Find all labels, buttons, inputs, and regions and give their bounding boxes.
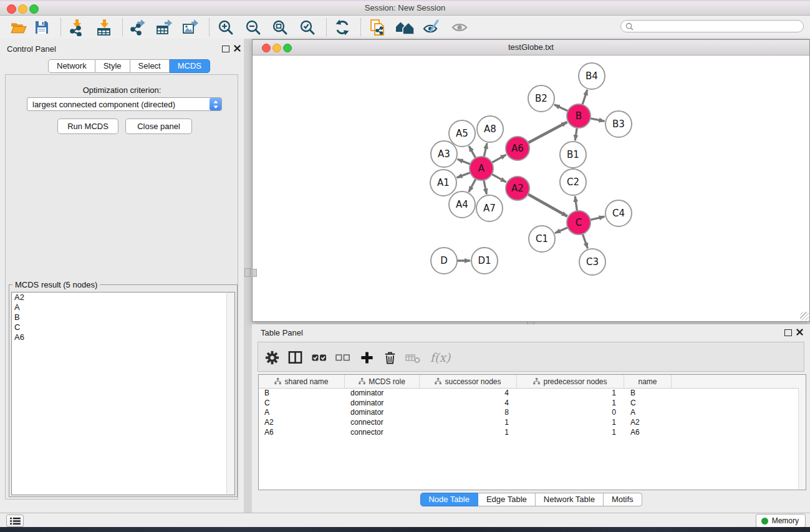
duplicate-network-icon — [369, 19, 387, 36]
view-edge-grip[interactable] — [252, 269, 257, 277]
import-network-button[interactable] — [67, 17, 87, 37]
list-item[interactable]: B — [12, 312, 228, 322]
export-image-button[interactable] — [180, 17, 200, 37]
graph-node-C1[interactable]: C1 — [529, 226, 555, 252]
memory-label: Memory — [772, 516, 799, 525]
import-table-button[interactable] — [94, 17, 114, 37]
table-row[interactable]: Bdominator41B — [259, 389, 806, 399]
show-columns-button[interactable] — [285, 347, 305, 367]
tab-style[interactable]: Style — [95, 59, 130, 73]
table-row[interactable]: A6connector11A6 — [259, 428, 806, 438]
tab-edge-table[interactable]: Edge Table — [478, 493, 536, 506]
delete-table-button[interactable] — [403, 347, 423, 367]
graph-node-A7[interactable]: A7 — [476, 195, 503, 221]
graph-node-C4[interactable]: C4 — [605, 200, 632, 226]
column-header-successor-nodes[interactable]: successor nodes — [420, 375, 517, 388]
table-row[interactable]: Cdominator41C — [259, 399, 806, 409]
export-table-button[interactable] — [154, 17, 174, 37]
save-session-button[interactable] — [32, 17, 52, 37]
table-cell: A6 — [624, 428, 672, 438]
memory-button[interactable]: Memory — [756, 514, 806, 528]
table-scrollbar[interactable] — [798, 388, 806, 490]
close-panel-button[interactable]: Close panel — [125, 118, 192, 134]
column-header-mcds-role[interactable]: MCDS role — [345, 375, 420, 388]
delete-column-button[interactable] — [380, 347, 400, 367]
splitter-grip[interactable] — [244, 268, 251, 277]
graph-node-A[interactable]: A — [470, 157, 493, 180]
graph-node-C2[interactable]: C2 — [560, 169, 586, 195]
network-window-titlebar[interactable]: testGlobe.txt — [253, 40, 809, 56]
result-list-scrollbar[interactable] — [226, 292, 235, 495]
zoom-out-button[interactable] — [243, 17, 263, 37]
columns-icon — [287, 350, 303, 365]
resize-grip-icon[interactable] — [800, 312, 809, 321]
float-panel-icon[interactable] — [222, 46, 229, 52]
graph-node-A3[interactable]: A3 — [431, 141, 457, 167]
select-all-button[interactable] — [309, 347, 329, 367]
graph-node-B3[interactable]: B3 — [605, 111, 632, 137]
column-header-shared-name[interactable]: shared name — [259, 375, 345, 388]
tab-network-table[interactable]: Network Table — [536, 493, 604, 506]
table-row[interactable]: Adominator80A — [259, 408, 806, 418]
tab-select[interactable]: Select — [130, 59, 170, 73]
list-item[interactable]: A2 — [12, 293, 228, 302]
apply-layout-button[interactable] — [332, 17, 352, 37]
zoom-selected-button[interactable] — [297, 17, 317, 37]
graph-node-C3[interactable]: C3 — [579, 249, 605, 275]
graph-node-D[interactable]: D — [431, 248, 457, 274]
list-item[interactable]: C — [12, 322, 228, 332]
open-session-button[interactable] — [8, 17, 28, 37]
column-header-name[interactable]: name — [624, 375, 672, 388]
list-item[interactable]: A — [12, 302, 228, 312]
graph-node-A8[interactable]: A8 — [477, 116, 503, 142]
network-canvas[interactable]: B4B2BB3A8A5A6B1A3AC2A1A2A4A7C4CC1C3DD1 — [253, 55, 809, 321]
graph-node-B2[interactable]: B2 — [528, 85, 554, 112]
close-panel-icon[interactable] — [234, 45, 241, 52]
table-cell: A2 — [624, 418, 672, 428]
graph-node-B4[interactable]: B4 — [579, 63, 605, 89]
show-selected-button[interactable] — [450, 17, 470, 37]
vertical-splitter[interactable] — [244, 39, 252, 513]
zoom-fit-button[interactable] — [270, 17, 290, 37]
tab-motifs[interactable]: Motifs — [604, 493, 642, 506]
delete-table-icon — [405, 350, 421, 365]
tab-node-table[interactable]: Node Table — [420, 493, 478, 506]
graph-node-C[interactable]: C — [567, 211, 591, 235]
table-row[interactable]: A2connector11A2 — [259, 418, 806, 428]
shared-column-icon — [359, 378, 365, 385]
graph-node-A6[interactable]: A6 — [506, 137, 529, 160]
hide-selected-button[interactable] — [422, 17, 441, 37]
list-item[interactable]: A6 — [12, 332, 228, 342]
add-column-button[interactable] — [357, 347, 377, 367]
graph-node-B1[interactable]: B1 — [560, 142, 586, 168]
close-panel-icon[interactable] — [796, 329, 803, 336]
column-header-predecessor-nodes[interactable]: predecessor nodes — [517, 375, 624, 388]
table-cell: connector — [345, 428, 420, 438]
graph-node-D1[interactable]: D1 — [471, 248, 498, 274]
search-field[interactable] — [620, 20, 804, 32]
graph-node-A5[interactable]: A5 — [449, 120, 475, 147]
zoom-selected-icon — [299, 19, 316, 36]
run-mcds-button[interactable]: Run MCDS — [57, 118, 118, 134]
float-panel-icon[interactable] — [784, 329, 792, 336]
graph-node-A4[interactable]: A4 — [449, 191, 475, 218]
node-label: C2 — [567, 177, 579, 188]
table-settings-button[interactable] — [262, 347, 282, 367]
search-input[interactable] — [636, 21, 803, 31]
tab-mcds[interactable]: MCDS — [170, 59, 210, 73]
export-network-button[interactable] — [128, 17, 148, 37]
control-panel-tabs: Network Style Select MCDS — [48, 59, 210, 73]
graph-node-B[interactable]: B — [567, 104, 591, 128]
show-all-networks-button[interactable] — [395, 17, 415, 37]
tab-network[interactable]: Network — [48, 59, 95, 73]
criterion-dropdown[interactable]: largest connected component (directed) — [27, 97, 222, 111]
new-network-from-selection-button[interactable] — [368, 17, 388, 37]
function-builder-button[interactable]: f(x) — [428, 347, 453, 367]
table-cell-empty — [672, 418, 806, 428]
zoom-in-button[interactable] — [216, 17, 236, 37]
task-history-button[interactable] — [6, 515, 24, 527]
deselect-all-button[interactable] — [333, 347, 353, 367]
graph-node-A2[interactable]: A2 — [506, 177, 529, 200]
graph-node-A1[interactable]: A1 — [430, 170, 456, 196]
node-label: A7 — [483, 203, 496, 214]
